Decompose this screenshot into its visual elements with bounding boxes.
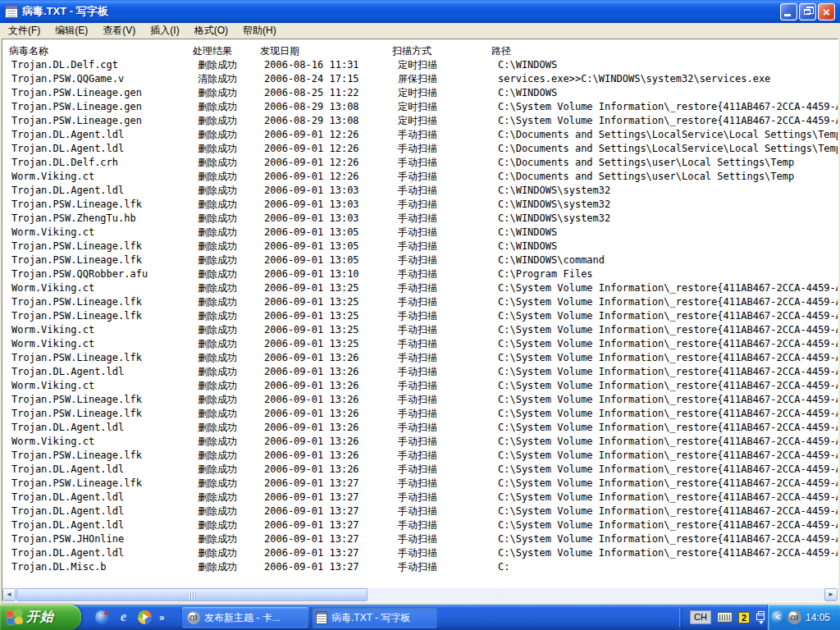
cell-scan: 手动扫描 — [392, 281, 491, 295]
cell-path: C:\System Volume Information\_restore{41… — [491, 449, 838, 463]
browser-icon[interactable] — [95, 610, 109, 624]
maxthon-tray-icon[interactable] — [788, 610, 801, 624]
cell-name: Worm.Viking.ct — [9, 226, 193, 240]
cell-name: Trojan.PSW.QQRobber.afu — [9, 267, 193, 281]
windows-logo-icon — [6, 609, 23, 625]
menu-item-4[interactable]: 格式(O) — [187, 23, 235, 38]
quick-launch-overflow-icon[interactable]: » — [159, 612, 165, 623]
menubar: 文件(F)编辑(E)查看(V)插入(I)格式(O)帮助(H) — [0, 23, 840, 39]
cell-name: Trojan.DL.Agent.ldl — [9, 504, 193, 518]
window-title: 病毒.TXT - 写字板 — [22, 4, 780, 19]
cell-name: Trojan.DL.Misc.b — [9, 560, 193, 574]
restore-button[interactable] — [799, 3, 816, 21]
cell-name: Trojan.PSW.Lineage.lfk — [9, 407, 193, 421]
cell-date: 2006-09-01 13:26 — [260, 421, 392, 435]
table-row: Trojan.PSW.Lineage.lfk删除成功2006-09-01 13:… — [2, 309, 838, 323]
menu-item-0[interactable]: 文件(F) — [1, 23, 48, 38]
cell-scan: 手动扫描 — [392, 435, 491, 449]
keyboard-icon[interactable] — [717, 612, 733, 623]
cell-scan: 手动扫描 — [392, 560, 491, 574]
cell-result: 删除成功 — [193, 309, 260, 323]
cell-date: 2006-09-01 13:05 — [260, 240, 392, 253]
cell-name: Trojan.PSW.Lineage.gen — [9, 86, 193, 100]
table-row: Trojan.DL.Agent.ldl删除成功2006-09-01 13:27手… — [2, 504, 838, 518]
table-row: Trojan.PSW.Lineage.gen删除成功2006-08-29 13:… — [2, 114, 838, 128]
menu-item-3[interactable]: 插入(I) — [143, 23, 186, 38]
menu-item-5[interactable]: 帮助(H) — [235, 23, 284, 38]
cell-scan: 手动扫描 — [392, 253, 491, 267]
cell-date: 2006-09-01 13:26 — [260, 407, 392, 421]
task-button-0[interactable]: 发布新主题 - 卡... — [182, 607, 308, 628]
cell-path: C:\Program Files — [491, 267, 838, 281]
language-indicator[interactable]: CH — [690, 610, 711, 624]
toolbar-options-icon[interactable] — [756, 610, 767, 625]
hide-icons-chevron-icon[interactable]: < — [771, 610, 785, 624]
cell-name: Trojan.DL.Agent.ldl — [9, 142, 193, 156]
table-row: Trojan.DL.Agent.ldl删除成功2006-09-01 13:26手… — [2, 365, 838, 379]
minimize-button[interactable] — [780, 3, 797, 21]
cell-scan: 手动扫描 — [392, 463, 491, 477]
table-row: Worm.Viking.ct删除成功2006-09-01 13:25手动扫描C:… — [2, 337, 838, 351]
horizontal-scrollbar[interactable]: ◄ ► — [2, 588, 838, 601]
table-row: Worm.Viking.ct删除成功2006-09-01 13:25手动扫描C:… — [2, 323, 838, 337]
cell-result: 删除成功 — [193, 491, 260, 504]
cell-path: C:\System Volume Information\_restore{41… — [491, 435, 838, 449]
menu-item-1[interactable]: 编辑(E) — [48, 23, 95, 38]
cell-scan: 定时扫描 — [392, 86, 491, 100]
scroll-right-button[interactable]: ► — [824, 588, 838, 601]
ime-icon[interactable]: 2 — [738, 612, 750, 623]
column-header-date: 发现日期 — [260, 44, 392, 58]
cell-scan: 屏保扫描 — [392, 72, 491, 86]
scrollbar-thumb[interactable] — [16, 588, 368, 601]
column-header-scan: 扫描方式 — [392, 44, 491, 58]
cell-path: C:\System Volume Information\_restore{41… — [491, 504, 838, 518]
titlebar[interactable]: 病毒.TXT - 写字板 × — [0, 0, 840, 23]
cell-name: Trojan.PSW.Lineage.lfk — [9, 253, 193, 267]
cell-result: 删除成功 — [193, 323, 260, 337]
cell-result: 删除成功 — [193, 281, 260, 295]
cell-name: Trojan.PSW.Lineage.gen — [9, 100, 193, 114]
scroll-left-button[interactable]: ◄ — [2, 588, 16, 601]
cell-scan: 手动扫描 — [392, 546, 491, 560]
column-header-name: 病毒名称 — [9, 44, 193, 58]
cell-path: C:\WINDOWS — [491, 240, 838, 253]
cell-path: C:\System Volume Information\_restore{41… — [491, 114, 838, 128]
cell-date: 2006-09-01 13:10 — [260, 267, 392, 281]
cell-date: 2006-08-16 11:31 — [260, 58, 392, 72]
internet-explorer-icon[interactable]: e — [116, 610, 130, 624]
cell-name: Trojan.DL.Agent.ldl — [9, 184, 193, 198]
cell-scan: 手动扫描 — [392, 351, 491, 365]
table-row: Trojan.PSW.Lineage.lfk删除成功2006-09-01 13:… — [2, 449, 838, 463]
cell-scan: 手动扫描 — [392, 379, 491, 393]
cell-scan: 手动扫描 — [392, 532, 491, 546]
table-row: Trojan.DL.Agent.ldl删除成功2006-09-01 13:26手… — [2, 463, 838, 477]
table-row: Worm.Viking.ct删除成功2006-09-01 13:05手动扫描C:… — [2, 226, 838, 240]
cell-path: C:\System Volume Information\_restore{41… — [491, 546, 838, 560]
cell-date: 2006-09-01 13:27 — [260, 477, 392, 491]
close-button[interactable]: × — [818, 3, 835, 21]
cell-name: Trojan.DL.Delf.cgt — [9, 58, 193, 72]
cell-name: Trojan.DL.Agent.ldl — [9, 421, 193, 435]
cell-result: 清除成功 — [193, 72, 260, 86]
start-button[interactable]: 开始 — [0, 605, 81, 630]
cell-name: Trojan.DL.Agent.ldl — [9, 463, 193, 477]
clock: 14:05 — [806, 612, 830, 623]
cell-result: 删除成功 — [193, 463, 260, 477]
cell-scan: 手动扫描 — [392, 518, 491, 532]
cell-name: Worm.Viking.ct — [9, 435, 193, 449]
table-row: Trojan.DL.Misc.b删除成功2006-09-01 13:27手动扫描… — [2, 560, 838, 574]
menu-item-2[interactable]: 查看(V) — [95, 23, 143, 38]
cell-scan: 手动扫描 — [392, 240, 491, 253]
cell-date: 2006-08-25 11:22 — [260, 86, 392, 100]
cell-scan: 手动扫描 — [392, 421, 491, 435]
notification-icons: CH 2 — [679, 605, 767, 630]
cell-date: 2006-09-01 12:26 — [260, 156, 392, 170]
cell-scan: 手动扫描 — [392, 128, 491, 142]
cell-path: C:\WINDOWS — [491, 58, 838, 72]
table-row: Trojan.PSW.QQRobber.afu删除成功2006-09-01 13… — [2, 267, 838, 281]
text-editor-area[interactable]: 病毒名称处理结果发现日期扫描方式路径 Trojan.DL.Delf.cgt删除成… — [2, 39, 838, 588]
cell-date: 2006-09-01 13:27 — [260, 532, 392, 546]
media-player-icon[interactable] — [138, 610, 152, 624]
wordpad-doc-icon — [5, 5, 18, 18]
task-button-1[interactable]: 病毒.TXT - 写字板 — [311, 607, 437, 628]
